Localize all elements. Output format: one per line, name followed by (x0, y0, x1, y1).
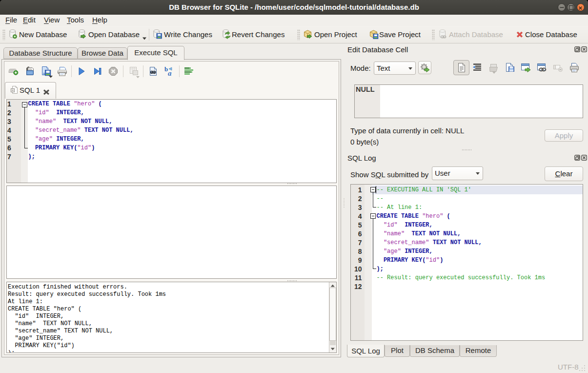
svg-text:a: a (168, 69, 172, 77)
